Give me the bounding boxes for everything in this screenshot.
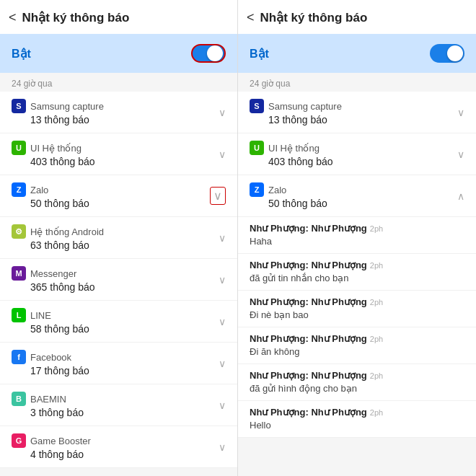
left-panel: < Nhật ký thông báo Bật 24 giờ qua S Sam… <box>0 0 238 476</box>
app-info: f Facebook 17 thông báo <box>12 350 89 376</box>
list-item[interactable]: M Messenger 365 thông báo ∨ <box>0 259 237 301</box>
notification-item: Như Phượng: Như Phượng 2ph Đi ăn không <box>238 327 476 364</box>
right-header-title: Nhật ký thông báo <box>260 10 368 25</box>
notif-time: 2ph <box>370 298 383 307</box>
right-toggle[interactable] <box>430 44 464 63</box>
right-bat-label: Bật <box>250 47 269 61</box>
left-back-button[interactable]: < <box>9 10 17 25</box>
notif-sender: Như Phượng: Như Phượng <box>250 407 367 418</box>
app-name-row: S Samsung capture <box>12 99 104 113</box>
list-item[interactable]: G Game Booster 4 thông báo ∨ <box>0 426 237 468</box>
chevron-icon: ∨ <box>219 400 226 411</box>
left-bat-label: Bật <box>12 47 31 61</box>
app-name-row: ⚙ Hệ thống Android <box>12 224 104 239</box>
chevron-icon: ∨ <box>457 107 464 118</box>
app-name: Samsung capture <box>268 101 342 112</box>
notif-header: Như Phượng: Như Phượng 2ph <box>250 333 464 344</box>
notif-message: Hello <box>250 420 271 431</box>
right-back-button[interactable]: < <box>247 10 255 25</box>
chevron-up-icon: ∧ <box>457 190 464 202</box>
notif-header: Như Phượng: Như Phượng 2ph <box>250 370 464 381</box>
list-item[interactable]: B BAEMIN 3 thông báo ∨ <box>0 384 237 426</box>
notif-message: đã gửi hình động cho bạn <box>250 383 357 394</box>
notification-item: Như Phượng: Như Phượng 2ph đã gửi hình đ… <box>238 364 476 401</box>
line-icon: L <box>12 308 26 322</box>
left-toggle-circle <box>207 45 223 61</box>
baemin-icon: B <box>12 392 26 406</box>
list-item[interactable]: S Samsung capture 13 thông báo ∨ <box>238 92 476 133</box>
notification-item: Như Phượng: Như Phượng 2ph Haha <box>238 217 476 254</box>
app-info: U UI Hệ thống 403 thông báo <box>250 141 333 167</box>
list-item[interactable]: ⚙ Hệ thống Android 63 thông báo ∨ <box>0 217 237 259</box>
app-name-row: S Samsung capture <box>250 99 342 113</box>
chevron-icon: ∨ <box>219 107 226 118</box>
samsung-icon: S <box>12 99 26 113</box>
app-count: 403 thông báo <box>12 156 95 167</box>
app-name: Facebook <box>30 352 71 363</box>
notif-sender: Như Phượng: Như Phượng <box>250 296 367 307</box>
left-bat-section: Bật <box>0 34 237 73</box>
notif-time: 2ph <box>370 335 383 343</box>
app-info: L LINE 58 thông báo <box>12 308 89 335</box>
chevron-icon: ∨ <box>219 316 226 327</box>
notification-item: Như Phượng: Như Phượng 2ph Hello <box>238 401 476 438</box>
zalo-icon-right: Z <box>250 182 264 197</box>
app-name: Zalo <box>268 185 286 195</box>
ui-icon-right: U <box>250 141 264 155</box>
notification-item: Như Phượng: Như Phượng 2ph Đi nè bạn bao <box>238 291 476 327</box>
app-count: 58 thông báo <box>12 323 89 335</box>
left-toggle[interactable] <box>191 44 226 63</box>
app-info: G Game Booster 4 thông báo <box>12 433 91 460</box>
app-name-row: Z Zalo <box>12 182 89 197</box>
app-name: Samsung capture <box>30 101 104 112</box>
chevron-icon: ∨ <box>219 232 226 244</box>
left-app-list: S Samsung capture 13 thông báo ∨ U UI Hệ… <box>0 92 237 476</box>
app-info: ⚙ Hệ thống Android 63 thông báo <box>12 224 104 251</box>
app-info: M Messenger 365 thông báo <box>12 266 95 293</box>
notif-header: Như Phượng: Như Phượng 2ph <box>250 223 464 234</box>
list-item[interactable]: S Samsung capture 13 thông báo ∨ <box>0 92 237 133</box>
app-info: S Samsung capture 13 thông báo <box>12 99 104 125</box>
app-name-row: U UI Hệ thống <box>250 141 333 155</box>
app-name: Zalo <box>30 185 48 195</box>
right-header: < Nhật ký thông báo <box>238 0 476 34</box>
chevron-icon: ∨ <box>219 274 226 286</box>
app-count: 365 thông báo <box>12 281 95 293</box>
zalo-expanded-header[interactable]: Z Zalo 50 thông báo ∧ <box>238 175 476 217</box>
app-name-row: L LINE <box>12 308 89 322</box>
notif-header: Như Phượng: Như Phượng 2ph <box>250 296 464 307</box>
chevron-icon: ∨ <box>457 149 464 160</box>
notif-message: Đi nè bạn bao <box>250 309 309 320</box>
app-name-row: B BAEMIN <box>12 392 84 406</box>
app-count: 50 thông báo <box>12 198 89 209</box>
app-name-row: G Game Booster <box>12 433 91 448</box>
android-icon: ⚙ <box>12 224 26 239</box>
notif-header: Như Phượng: Như Phượng 2ph <box>250 407 464 418</box>
chevron-icon: ∨ <box>219 358 226 369</box>
zalo-icon: Z <box>12 182 26 197</box>
right-panel: < Nhật ký thông báo Bật 24 giờ qua S Sam… <box>238 0 476 476</box>
notif-time: 2ph <box>370 224 383 233</box>
list-item[interactable]: U UI Hệ thống 403 thông báo ∨ <box>238 133 476 175</box>
app-count: 63 thông báo <box>12 239 104 251</box>
right-toggle-circle <box>447 45 463 61</box>
notification-item: Như Phượng: Như Phượng 2ph đã gửi tin nh… <box>238 254 476 291</box>
list-item[interactable]: f Facebook 17 thông báo ∨ <box>0 343 237 384</box>
left-header-title: Nhật ký thông báo <box>22 10 130 25</box>
chevron-highlighted-icon[interactable]: ∨ <box>210 187 226 205</box>
notif-time: 2ph <box>370 261 383 270</box>
app-name-row: Z Zalo <box>250 182 327 197</box>
list-item[interactable]: Z Zalo 50 thông báo ∨ <box>0 175 237 217</box>
app-info: U UI Hệ thống 403 thông báo <box>12 141 95 167</box>
notif-header: Như Phượng: Như Phượng 2ph <box>250 260 464 270</box>
list-item[interactable]: L LINE 58 thông báo ∨ <box>0 301 237 343</box>
app-count: 13 thông báo <box>12 114 104 125</box>
app-count: 4 thông báo <box>12 449 91 460</box>
app-count: 3 thông báo <box>12 407 84 418</box>
app-info: B BAEMIN 3 thông báo <box>12 392 84 418</box>
right-time-label: 24 giờ qua <box>238 73 476 92</box>
app-name: Hệ thống Android <box>30 226 104 237</box>
list-item[interactable]: U UI Hệ thống 403 thông báo ∨ <box>0 133 237 175</box>
notif-sender: Như Phượng: Như Phượng <box>250 333 367 344</box>
app-name: Game Booster <box>30 436 91 446</box>
